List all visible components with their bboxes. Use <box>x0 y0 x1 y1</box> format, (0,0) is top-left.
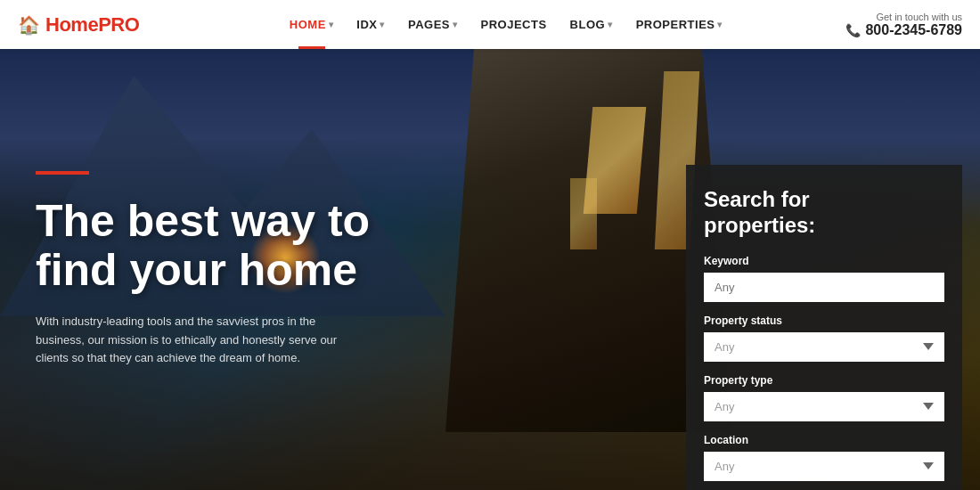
property-type-select[interactable]: Any House Apartment Commercial Land <box>704 392 944 421</box>
hero-subtitle: With industry-leading tools and the savv… <box>36 313 356 368</box>
chevron-down-icon: ▾ <box>453 20 458 29</box>
nav-links: HOME ▾ IDX ▾ PAGES ▾ PROJECTS BLOG ▾ PRO… <box>166 0 845 49</box>
hero-content: The best way to find your home With indu… <box>0 49 624 490</box>
nav-label-properties: PROPERTIES <box>636 18 715 31</box>
nav-label-pages: PAGES <box>408 18 450 31</box>
nav-item-blog[interactable]: BLOG ▾ <box>561 0 622 49</box>
nav-item-idx[interactable]: IDX ▾ <box>347 0 394 49</box>
property-status-select[interactable]: Any For Sale For Rent Sold <box>704 332 944 362</box>
location-field-group: Location Any New York Los Angeles Chicag… <box>704 434 944 481</box>
nav-item-projects[interactable]: PROJECTS <box>472 0 556 49</box>
chevron-down-icon: ▾ <box>717 20 723 29</box>
nav-label-home: HOME <box>290 18 326 31</box>
accent-line <box>36 171 89 175</box>
type-label: Property type <box>704 374 944 387</box>
logo-text: HomePRO <box>45 13 139 37</box>
nav-label-idx: IDX <box>356 18 377 31</box>
search-panel: Search for properties: Keyword Property … <box>686 165 962 490</box>
location-label: Location <box>704 434 944 446</box>
keyword-label: Keyword <box>704 255 944 267</box>
keyword-input[interactable] <box>704 273 944 302</box>
nav-item-pages[interactable]: PAGES ▾ <box>399 0 467 49</box>
nav-label-projects: PROJECTS <box>481 18 547 31</box>
nav-item-properties[interactable]: PROPERTIES ▾ <box>627 0 731 49</box>
type-field-group: Property type Any House Apartment Commer… <box>704 374 944 421</box>
location-select[interactable]: Any New York Los Angeles Chicago Houston <box>704 452 944 481</box>
phone-number: 800-2345-6789 <box>865 22 962 38</box>
nav-item-home[interactable]: HOME ▾ <box>281 0 343 49</box>
contact-label: Get in touch with us <box>876 12 962 22</box>
contact-phone[interactable]: 📞 800-2345-6789 <box>845 22 962 38</box>
status-label: Property status <box>704 314 944 327</box>
contact-info: Get in touch with us 📞 800-2345-6789 <box>845 12 962 38</box>
home-icon: 🏠 <box>18 14 40 36</box>
chevron-down-icon: ▾ <box>329 20 334 29</box>
nav-label-blog: BLOG <box>570 18 606 31</box>
hero-title: The best way to find your home <box>36 197 588 295</box>
keyword-field-group: Keyword <box>704 255 944 302</box>
logo[interactable]: 🏠 HomePRO <box>18 13 139 37</box>
search-title: Search for properties: <box>704 187 944 239</box>
phone-icon: 📞 <box>845 23 861 37</box>
navbar: 🏠 HomePRO HOME ▾ IDX ▾ PAGES ▾ PROJECTS … <box>0 0 980 49</box>
status-field-group: Property status Any For Sale For Rent So… <box>704 314 944 362</box>
chevron-down-icon: ▾ <box>380 20 385 29</box>
chevron-down-icon: ▾ <box>608 20 613 29</box>
